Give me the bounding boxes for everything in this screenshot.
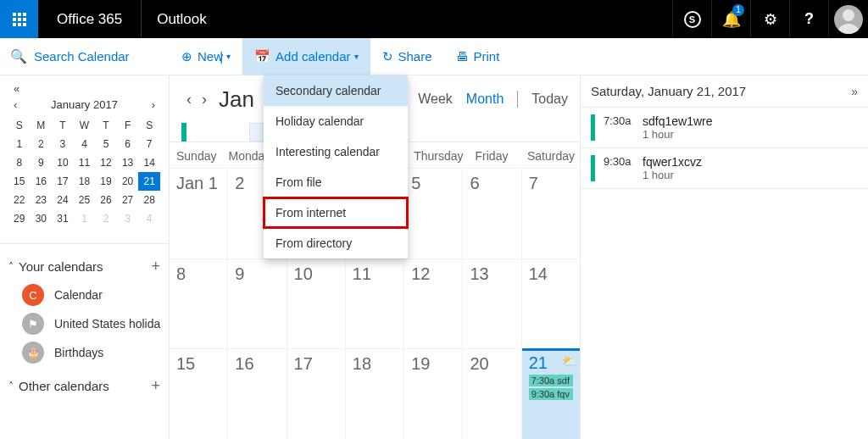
- calendar-list-item[interactable]: ⚑United States holidays: [8, 309, 160, 338]
- month-cell[interactable]: 11: [346, 258, 404, 349]
- menu-item[interactable]: Holiday calendar: [264, 106, 408, 136]
- view-today[interactable]: Today: [531, 92, 568, 107]
- office-brand[interactable]: Office 365: [38, 11, 141, 28]
- menu-item[interactable]: From directory: [264, 228, 408, 258]
- month-cell[interactable]: 7: [522, 168, 580, 258]
- minical-day[interactable]: 3: [117, 209, 139, 228]
- skype-button[interactable]: S: [673, 0, 711, 38]
- minical-day[interactable]: 27: [117, 191, 139, 209]
- expand-detail-icon[interactable]: »: [851, 85, 858, 98]
- share-button[interactable]: ↻ Share: [370, 38, 444, 75]
- minical-day[interactable]: 15: [8, 172, 31, 191]
- minical-day[interactable]: 1: [74, 209, 96, 228]
- mini-calendar[interactable]: SMTWTFS 12345678910111213141516171819202…: [8, 116, 160, 228]
- settings-button[interactable]: ⚙: [751, 0, 789, 38]
- menu-item[interactable]: From internet: [264, 197, 408, 228]
- calendar-list-item[interactable]: 🎂Birthdays: [8, 338, 160, 367]
- agenda-subject: fqwer1xcvz: [643, 155, 858, 169]
- minical-day[interactable]: 9: [31, 153, 53, 172]
- minical-day[interactable]: 24: [52, 191, 74, 209]
- minical-day[interactable]: 2: [95, 209, 117, 228]
- minical-day[interactable]: 4: [74, 135, 96, 153]
- event-chip[interactable]: 9:30a fqv: [529, 388, 573, 400]
- date-number: 16: [235, 354, 279, 374]
- minical-day[interactable]: 19: [95, 172, 117, 191]
- minical-day[interactable]: 5: [95, 135, 117, 153]
- month-cell[interactable]: 6: [463, 168, 521, 258]
- month-cell[interactable]: 16: [228, 348, 287, 439]
- search-calendar[interactable]: 🔍 Search Calendar: [0, 38, 170, 75]
- collapse-sidebar-button[interactable]: «: [10, 82, 22, 95]
- minical-day[interactable]: 25: [74, 191, 96, 209]
- calendar-list-item[interactable]: CCalendar: [8, 281, 160, 309]
- add-calendar-plus[interactable]: +: [151, 258, 160, 275]
- minical-day[interactable]: 10: [52, 153, 74, 172]
- add-calendar-menu[interactable]: Secondary calendarHoliday calendarIntere…: [264, 75, 408, 258]
- date-number: 10: [294, 264, 338, 284]
- outlook-brand[interactable]: Outlook: [142, 11, 222, 28]
- month-cell[interactable]: 13: [463, 258, 521, 349]
- month-cell[interactable]: Jan 1: [170, 168, 228, 258]
- minical-day[interactable]: 3: [52, 135, 74, 153]
- minical-day[interactable]: 12: [95, 153, 117, 172]
- month-cell[interactable]: 20: [463, 348, 521, 439]
- print-button[interactable]: 🖶 Print: [444, 38, 512, 75]
- minical-day[interactable]: 29: [8, 209, 31, 228]
- minical-day[interactable]: 14: [138, 153, 160, 172]
- other-calendars-header[interactable]: ˄ Other calendars +: [8, 372, 160, 400]
- month-cell[interactable]: 14: [522, 258, 580, 349]
- minical-day[interactable]: 26: [95, 191, 117, 209]
- minical-day[interactable]: 13: [117, 153, 139, 172]
- cal-prev[interactable]: ‹: [181, 91, 197, 108]
- add-calendar-button[interactable]: 📅 Add calendar ▾: [242, 38, 370, 75]
- add-calendar-plus[interactable]: +: [151, 377, 160, 395]
- month-cell[interactable]: 5: [404, 168, 463, 258]
- notifications-button[interactable]: 🔔 1: [712, 0, 750, 38]
- month-cell[interactable]: 18: [346, 348, 404, 439]
- minical-day[interactable]: 2: [31, 135, 53, 153]
- menu-item[interactable]: Secondary calendar: [264, 75, 408, 106]
- calendar-chip[interactable]: [181, 123, 186, 142]
- minical-day[interactable]: 23: [31, 191, 53, 209]
- minical-day[interactable]: 6: [117, 135, 139, 153]
- minical-prev[interactable]: ‹: [10, 98, 20, 111]
- minical-day[interactable]: 11: [74, 153, 96, 172]
- cal-next[interactable]: ›: [197, 91, 212, 108]
- minical-day[interactable]: 30: [31, 209, 53, 228]
- agenda-item[interactable]: 7:30asdfq1ew1wre1 hour: [581, 108, 868, 148]
- month-cell[interactable]: 9: [228, 258, 287, 349]
- view-week[interactable]: Week: [418, 92, 453, 107]
- minical-day[interactable]: 4: [138, 209, 160, 228]
- month-cell[interactable]: 15: [170, 348, 228, 439]
- new-button[interactable]: ⊕ New | ▾: [170, 38, 242, 75]
- month-cell[interactable]: 8: [170, 258, 228, 349]
- chevron-down-icon[interactable]: ▾: [226, 52, 231, 61]
- minical-day[interactable]: 16: [31, 172, 53, 191]
- minical-day[interactable]: 21: [138, 172, 160, 191]
- menu-item[interactable]: Interesting calendar: [264, 136, 408, 167]
- app-launcher-button[interactable]: [0, 0, 38, 38]
- minical-day[interactable]: 7: [138, 135, 160, 153]
- account-avatar[interactable]: [834, 5, 863, 34]
- minical-day[interactable]: 17: [52, 172, 74, 191]
- event-chip[interactable]: 7:30a sdf: [529, 375, 573, 386]
- month-cell[interactable]: 21⛅7:30a sdf9:30a fqv: [522, 348, 580, 439]
- month-cell[interactable]: 17: [287, 348, 346, 439]
- view-month[interactable]: Month: [466, 92, 504, 107]
- minical-day[interactable]: 8: [8, 153, 31, 172]
- month-cell[interactable]: 12: [404, 258, 463, 349]
- month-cell[interactable]: 10: [287, 258, 346, 349]
- agenda-item[interactable]: 9:30afqwer1xcvz1 hour: [581, 148, 868, 189]
- minical-day[interactable]: 18: [74, 172, 96, 191]
- minical-day[interactable]: 28: [138, 191, 160, 209]
- minical-day[interactable]: 31: [52, 209, 74, 228]
- your-calendars-header[interactable]: ˄ Your calendars +: [8, 253, 160, 281]
- minical-dow: M: [31, 116, 53, 135]
- menu-item[interactable]: From file: [264, 167, 408, 197]
- minical-day[interactable]: 1: [8, 135, 31, 153]
- minical-day[interactable]: 20: [117, 172, 139, 191]
- minical-next[interactable]: ›: [148, 98, 159, 111]
- help-button[interactable]: ?: [790, 0, 828, 38]
- minical-day[interactable]: 22: [8, 191, 31, 209]
- month-cell[interactable]: 19: [404, 348, 463, 439]
